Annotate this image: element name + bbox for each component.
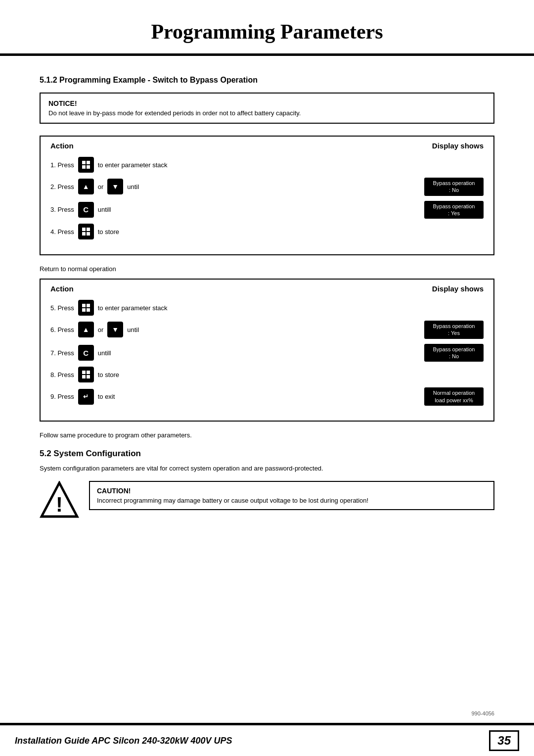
up-button-icon: ▲: [78, 179, 94, 194]
table-row: 6. Press ▲ or ▼ until Bypass operation: …: [50, 321, 484, 339]
step-text: 1. Press: [50, 161, 74, 169]
table-row: 8. Press to store: [50, 367, 484, 382]
untill-text: untill: [98, 206, 111, 213]
table-row: 5. Press to enter parameter stack: [50, 300, 484, 316]
untill-text: untill: [98, 349, 111, 357]
action-table-1: Action Display shows 1. Press: [40, 136, 494, 255]
table-row: 9. Press ↵ to exit Normal operationload …: [50, 387, 484, 406]
to-store-text: to store: [98, 228, 119, 236]
action-table-2: Action Display shows 5. Press: [40, 279, 494, 422]
action-right: Bypass operation: No: [311, 344, 484, 362]
display-badge: Normal operationload power xx%: [424, 387, 484, 406]
section-52-text: System configuration parameters are vita…: [40, 464, 494, 473]
or-text: or: [98, 326, 104, 333]
doc-number: 990-4056: [472, 710, 495, 716]
section-52-heading: 5.2 System Configuration: [40, 449, 494, 459]
action-col-label-2: Action: [50, 284, 311, 293]
step-text: 9. Press: [50, 393, 74, 400]
caution-text: Incorrect programming may damage battery…: [97, 497, 487, 504]
down-button-icon: ▼: [107, 179, 123, 194]
action-left: 3. Press C untill: [50, 202, 311, 218]
table-row: 2. Press ▲ or ▼ until Bypass operation: …: [50, 178, 484, 196]
until-text: until: [127, 326, 139, 333]
action-col-label-1: Action: [50, 142, 311, 150]
action-right: Bypass operation: No: [311, 178, 484, 196]
return-text: Return to normal operation: [40, 265, 494, 273]
action-left: 6. Press ▲ or ▼ until: [50, 322, 311, 337]
action-right: Bypass operation: Yes: [311, 201, 484, 219]
section-512: 5.1.2 Programming Example - Switch to By…: [40, 76, 494, 439]
action-left: 8. Press to store: [50, 367, 311, 382]
svg-text:!: !: [56, 493, 63, 517]
or-text: or: [98, 183, 104, 190]
c-button-icon: C: [78, 202, 94, 218]
action-table-2-header: Action Display shows: [50, 284, 484, 295]
page-container: Programming Parameters 5.1.2 Programming…: [0, 0, 534, 756]
display-badge: Bypass operation: Yes: [424, 201, 484, 219]
grid-button-icon: [78, 157, 94, 173]
caution-label: CAUTION!: [97, 487, 487, 495]
step-text: 3. Press: [50, 206, 74, 213]
grid-button-icon-3: [78, 300, 94, 316]
step-text: 8. Press: [50, 371, 74, 378]
footer-title: Installation Guide APC Silcon 240-320kW …: [15, 736, 232, 746]
caution-box: CAUTION! Incorrect programming may damag…: [89, 481, 494, 510]
step-text: 4. Press: [50, 228, 74, 236]
grid-button-icon-4: [78, 367, 94, 382]
display-col-label-1: Display shows: [311, 142, 484, 150]
action-left: 9. Press ↵ to exit: [50, 389, 311, 405]
enter-button-icon: ↵: [78, 389, 94, 405]
caution-triangle-icon: !: [40, 481, 79, 520]
step-text: 2. Press: [50, 183, 74, 190]
notice-text: Do not leave in by-pass mode for extende…: [48, 109, 486, 117]
table-row: 4. Press to store: [50, 224, 484, 239]
table-row: 3. Press C untill Bypass operation: Yes: [50, 201, 484, 219]
action-left: 4. Press to store: [50, 224, 311, 239]
action-left: 5. Press to enter parameter stack: [50, 300, 311, 316]
page-title: Programming Parameters: [30, 20, 504, 44]
step-text: 6. Press: [50, 326, 74, 333]
caution-area: ! CAUTION! Incorrect programming may dam…: [40, 481, 494, 520]
notice-label: NOTICE!: [48, 99, 486, 107]
follow-text: Follow same procedure to program other p…: [40, 431, 494, 439]
grid-button-icon-2: [78, 224, 94, 239]
action-right: Normal operationload power xx%: [311, 387, 484, 406]
notice-box: NOTICE! Do not leave in by-pass mode for…: [40, 93, 494, 124]
down-button-icon-2: ▼: [107, 322, 123, 337]
to-exit-text: to exit: [98, 393, 115, 400]
action-left: 1. Press to enter parameter stack: [50, 157, 311, 173]
step-text: 7. Press: [50, 349, 74, 357]
page-footer: Installation Guide APC Silcon 240-320kW …: [0, 723, 534, 756]
action-right: Bypass operation: Yes: [311, 321, 484, 339]
action-text: to enter parameter stack: [98, 161, 168, 169]
action-left: 2. Press ▲ or ▼ until: [50, 179, 311, 194]
page-content: 5.1.2 Programming Example - Switch to By…: [0, 56, 534, 723]
table-row: 7. Press C untill Bypass operation: No: [50, 344, 484, 362]
action-text: to enter parameter stack: [98, 304, 168, 312]
display-col-label-2: Display shows: [311, 284, 484, 293]
display-badge: Bypass operation: No: [424, 344, 484, 362]
action-table-1-header: Action Display shows: [50, 142, 484, 152]
up-button-icon-2: ▲: [78, 322, 94, 337]
page-header: Programming Parameters: [0, 0, 534, 56]
until-text: until: [127, 183, 139, 190]
step-text: 5. Press: [50, 304, 74, 312]
c-button-icon-2: C: [78, 345, 94, 361]
section-52: 5.2 System Configuration System configur…: [40, 449, 494, 521]
table-row: 1. Press to enter parameter stack: [50, 157, 484, 173]
action-left: 7. Press C untill: [50, 345, 311, 361]
footer-page-number: 35: [489, 730, 519, 751]
display-badge: Bypass operation: No: [424, 178, 484, 196]
to-store-text-2: to store: [98, 371, 119, 378]
display-badge: Bypass operation: Yes: [424, 321, 484, 339]
section-512-heading: 5.1.2 Programming Example - Switch to By…: [40, 76, 494, 85]
